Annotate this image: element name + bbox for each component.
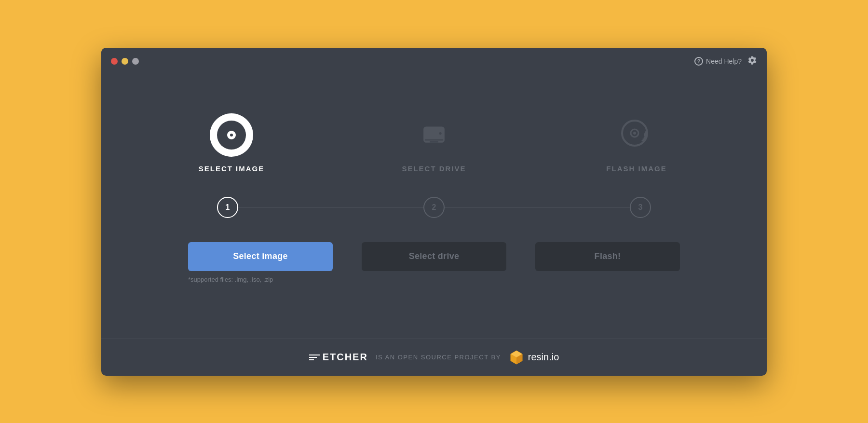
etcher-logo: ETCHER [309, 352, 368, 363]
actions-section: Select image *supported files: .img, .is… [130, 242, 738, 283]
maximize-button[interactable] [132, 58, 139, 65]
step-number-3: 3 [630, 197, 651, 218]
supported-files-text: *supported files: .img, .iso, .zip [188, 276, 273, 283]
step-label-select-image: SELECT IMAGE [199, 164, 265, 173]
settings-icon[interactable] [747, 55, 757, 68]
progress-line-section: 1 2 3 [130, 197, 738, 218]
disc-center [230, 134, 233, 136]
step-icon-select-drive [412, 113, 456, 157]
step-number-2: 2 [423, 197, 445, 218]
step-icon-select-image [210, 113, 253, 157]
select-image-button[interactable]: Select image [188, 242, 333, 271]
steps-section: SELECT IMAGE SELECT DRIVE [130, 113, 738, 173]
etcher-lines-icon [309, 355, 320, 360]
help-link[interactable]: ? Need Help? [694, 57, 742, 66]
title-bar: ? Need Help? [101, 48, 767, 75]
select-image-group: Select image *supported files: .img, .is… [188, 242, 333, 283]
step-label-select-drive: SELECT DRIVE [402, 164, 466, 173]
etcher-line-1 [309, 355, 320, 355]
help-icon: ? [694, 57, 703, 66]
resin-logo: resin.io [509, 350, 559, 365]
svg-rect-2 [430, 141, 438, 143]
etcher-line-3 [309, 359, 314, 360]
drive-icon [417, 118, 451, 152]
select-drive-button: Select drive [362, 242, 506, 271]
svg-point-3 [439, 132, 442, 134]
etcher-line-2 [309, 357, 317, 358]
etcher-text: ETCHER [323, 352, 368, 363]
step-select-drive: SELECT DRIVE [333, 113, 535, 173]
title-bar-right: ? Need Help? [694, 55, 757, 68]
flash-group: Flash! [535, 242, 680, 271]
disc-inner [227, 131, 236, 139]
footer: ETCHER IS AN OPEN SOURCE PROJECT BY resi… [101, 339, 767, 376]
connector-1-2 [238, 207, 423, 207]
resin-cube-icon [509, 350, 524, 365]
svg-rect-1 [425, 139, 444, 140]
minimize-button[interactable] [122, 58, 128, 65]
select-drive-group: Select drive [362, 242, 506, 271]
progress-track: 1 2 3 [217, 197, 651, 218]
resin-text: resin.io [528, 352, 559, 363]
step-select-image: SELECT IMAGE [130, 113, 333, 173]
step-flash-image: FLASH IMAGE [535, 113, 738, 173]
step-icon-flash-image [615, 113, 658, 157]
app-window: ? Need Help? [101, 48, 767, 376]
disc-icon [217, 121, 246, 150]
step-number-1: 1 [217, 197, 238, 218]
flash-icon [617, 116, 656, 154]
connector-2-3 [445, 207, 630, 207]
help-label: Need Help? [706, 57, 742, 65]
svg-point-6 [633, 132, 636, 135]
close-button[interactable] [111, 58, 118, 65]
step-label-flash-image: FLASH IMAGE [606, 164, 666, 173]
traffic-lights [111, 58, 139, 65]
footer-middle-text: IS AN OPEN SOURCE PROJECT BY [376, 354, 501, 361]
flash-button: Flash! [535, 242, 680, 271]
main-content: SELECT IMAGE SELECT DRIVE [101, 75, 767, 339]
